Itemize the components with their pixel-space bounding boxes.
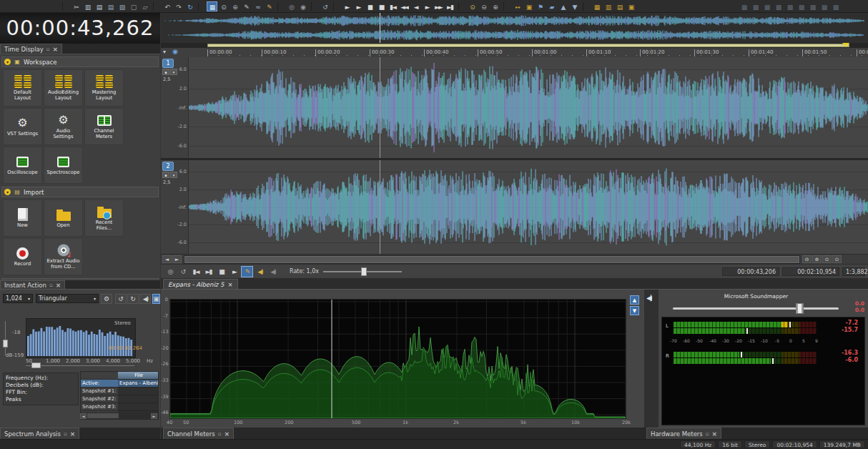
workspace-item-oscilloscope[interactable]: Oscilloscope	[3, 147, 42, 184]
snap-icon[interactable]: ▾	[163, 49, 166, 55]
monitor-speaker-button[interactable]: ◀)	[139, 294, 151, 304]
document-tab[interactable]: Expans - Albeniz 5 ×	[163, 279, 238, 290]
delete-icon[interactable]: ▢	[128, 1, 139, 11]
workspace-item-audioediting-layout[interactable]: AudioEditing Layout	[44, 69, 83, 107]
workspace-item-channel-meters[interactable]: Channel Meters	[84, 108, 124, 145]
properties-icon[interactable]: ◎	[286, 1, 297, 11]
import-item-new[interactable]: New	[3, 199, 42, 237]
grid-a-icon[interactable]: ▦	[591, 1, 602, 11]
paste-mix-icon[interactable]: ▧	[117, 1, 127, 11]
monitor-icon[interactable]: ◀)	[254, 266, 266, 277]
fx-preset-1-icon[interactable]: ▩	[739, 1, 749, 11]
auto-ripple-icon[interactable]: ↔	[512, 1, 523, 11]
stop-icon[interactable]: ■	[376, 1, 387, 11]
copy-icon[interactable]: ▥	[82, 1, 93, 11]
fft-size-select[interactable]: 1,024 ▾	[3, 294, 33, 303]
tab-hardware-meters[interactable]: Hardware Meters ▫ ×	[646, 428, 721, 439]
import-item-extract-audio-from-cd[interactable]: ↓Extract Audio from CD...	[44, 238, 83, 275]
sync-icon[interactable]: ◉	[172, 48, 178, 55]
undo-icon[interactable]: ↶	[162, 1, 172, 11]
fx-preset-4-icon[interactable]: ▩	[773, 1, 784, 11]
workspace-item-mastering-layout[interactable]: Mastering Layout	[84, 69, 124, 107]
go-to-end-icon[interactable]: ►▮	[202, 266, 214, 277]
plugin-chain-icon[interactable]: ◉	[297, 1, 308, 11]
paste-icon[interactable]: ▤	[94, 1, 104, 11]
scroll-right-icon[interactable]: ►	[151, 413, 157, 419]
snapshot-table-scrollbar[interactable]: ◄ ►	[80, 413, 157, 419]
restore-icon[interactable]: ▫	[218, 431, 222, 437]
fx-preset-6-icon[interactable]: ▩	[796, 1, 807, 11]
zoom-selection-icon[interactable]: ⊙	[822, 255, 832, 263]
loop-region[interactable]	[207, 44, 849, 47]
trim-icon[interactable]: ▱	[139, 1, 150, 11]
pause-icon[interactable]: ▮▮	[365, 1, 375, 11]
import-item-open[interactable]: Open	[44, 199, 83, 237]
loop-playback-icon[interactable]: ↺	[320, 1, 330, 11]
grid-d-icon[interactable]: ▣	[626, 1, 636, 11]
tab-spectrum-analysis[interactable]: Spectrum Analysis ▫ ×	[0, 428, 79, 439]
restore-icon[interactable]: ▫	[64, 431, 67, 437]
waveform-display-2[interactable]	[189, 160, 868, 254]
section-workspace[interactable]: ▾▣Workspace	[1, 56, 159, 67]
close-icon[interactable]: ×	[712, 430, 718, 438]
play-icon[interactable]: ►	[353, 1, 364, 11]
scroll-left-icon[interactable]: ◄	[162, 255, 172, 263]
waveform-overview[interactable]	[161, 13, 868, 44]
play-icon[interactable]: ►	[228, 266, 240, 277]
table-row[interactable]: Snapshot #3:	[81, 403, 158, 411]
scroll-left-icon[interactable]: ◄	[80, 413, 87, 419]
channel-meters-chart[interactable]	[169, 299, 626, 419]
record-icon[interactable]: ◎	[164, 266, 176, 277]
loop-region-bar[interactable]	[161, 43, 868, 48]
magnify-selection-icon[interactable]: ⊕	[230, 1, 240, 11]
auto-refresh-button[interactable]: ↻	[127, 294, 139, 304]
tab-time-display[interactable]: Time Display ▫ ×	[0, 44, 62, 54]
step-forward-icon[interactable]: ►	[422, 1, 433, 11]
loop-playback-icon[interactable]: ↺	[177, 266, 189, 277]
save-as-icon[interactable]	[37, 1, 48, 11]
scrollbar-thumb[interactable]	[184, 256, 799, 263]
stop-icon[interactable]: ■	[215, 266, 227, 277]
zoom-in-time-icon[interactable]: ⊕	[812, 255, 822, 263]
envelope-tool-icon[interactable]: ≈	[252, 1, 263, 11]
collapse-arrow-icon[interactable]: ▾	[4, 59, 11, 65]
zoom-tool-icon[interactable]: ⊙	[218, 1, 229, 11]
scroll-thumb[interactable]	[87, 413, 119, 418]
zoom-in-icon[interactable]: ⊕	[490, 1, 500, 11]
new-file-icon[interactable]	[3, 1, 14, 11]
table-row[interactable]: Active:Expans - Albeniz	[81, 380, 158, 388]
zoom-out-time-icon[interactable]: ⊖	[802, 255, 812, 263]
save-file-icon[interactable]	[26, 1, 36, 11]
go-to-start-icon[interactable]: ▮◄	[189, 266, 202, 277]
selection-down-icon[interactable]: ▼	[569, 1, 580, 11]
restore-icon[interactable]: ▫	[49, 282, 53, 288]
paste-special-icon[interactable]: ▤	[105, 1, 116, 11]
repeat-icon[interactable]: ↻	[184, 1, 195, 11]
scrub-tool-icon[interactable]: ✎	[241, 266, 253, 277]
workspace-item-audio-settings[interactable]: ⚙Audio Settings	[44, 108, 83, 145]
workspace-item-vst-settings[interactable]: ⚙VST Settings	[3, 108, 42, 145]
fx-preset-3-icon[interactable]: ▩	[761, 1, 772, 11]
lock-button[interactable]: ▣	[152, 294, 160, 304]
rate-slider[interactable]	[323, 267, 402, 277]
slider-thumb[interactable]	[3, 340, 8, 347]
meter-mode-down-button[interactable]: ▼	[630, 306, 639, 315]
restore-icon[interactable]: ▫	[706, 431, 709, 437]
edit-tool-icon[interactable]: ✎	[241, 1, 252, 11]
spectrum-vertical-slider[interactable]	[3, 321, 8, 355]
section-import[interactable]: ▾▤Import	[1, 187, 159, 197]
slider-thumb[interactable]	[796, 303, 804, 314]
open-file-icon[interactable]	[14, 1, 25, 11]
restore-icon[interactable]: ▫	[46, 46, 50, 52]
fx-preset-7-icon[interactable]: ▩	[807, 1, 818, 11]
slider-thumb[interactable]	[361, 267, 367, 276]
workspace-item-spectroscope[interactable]: Spectroscope	[44, 147, 83, 184]
pencil-tool-icon[interactable]: ✎	[264, 1, 275, 11]
go-to-start-icon[interactable]: ▮◄	[388, 1, 398, 11]
step-back-icon[interactable]: ◄	[410, 1, 421, 11]
fast-forward-icon[interactable]: ►►	[433, 1, 444, 11]
save-all-icon[interactable]	[49, 1, 59, 11]
slider-thumb[interactable]	[31, 362, 41, 368]
close-icon[interactable]: ×	[224, 430, 230, 438]
speaker-icon[interactable]: ◀)	[646, 294, 651, 302]
